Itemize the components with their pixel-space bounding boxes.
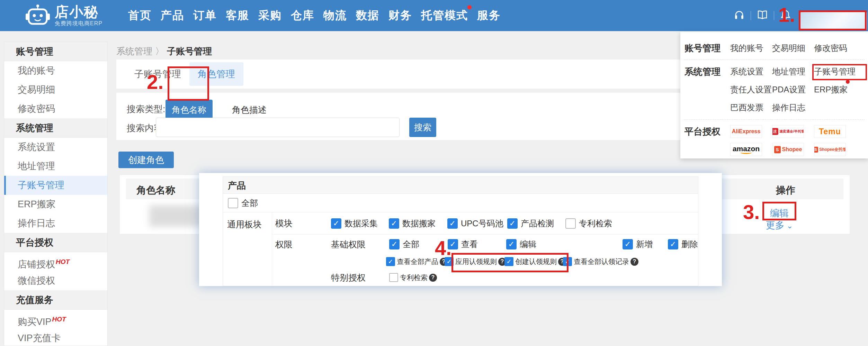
sidebar-item-操作日志[interactable]: 操作日志 [4,214,107,233]
checked-checkbox[interactable]: ✓ [668,239,678,249]
chevron-down-icon: ⌄ [785,221,793,230]
checkbox-label: 产品检测 [521,218,554,229]
search-input[interactable] [156,118,400,137]
checked-checkbox[interactable]: ✓ [389,239,400,249]
search-button[interactable]: 搜索 [409,118,436,137]
unchecked-checkbox[interactable] [389,273,398,282]
platform-logo-amazon[interactable]: amazon [730,143,762,156]
breadcrumb: 系统管理〉子账号管理 [116,45,212,57]
nav-item-仓库[interactable]: 仓库 [291,8,314,23]
help-icon[interactable]: ? [429,274,437,282]
platform-name: amazon [733,145,760,154]
nav-item-首页[interactable]: 首页 [128,8,152,23]
nav-item-采购[interactable]: 采购 [258,8,282,23]
sidebar-item-地址管理[interactable]: 地址管理 [4,157,107,176]
dropdown-item-ERP搬家[interactable]: ERP搬家 [814,84,856,95]
checked-checkbox[interactable]: ✓ [507,218,518,229]
sidebar-item-店铺授权[interactable]: 店铺授权HOT [4,252,107,271]
dropdown-row: amazonSShopeeSShopee全托管 [680,140,868,158]
unchecked-checkbox[interactable] [228,198,238,208]
checked-checkbox[interactable]: ✓ [623,239,633,249]
dropdown-item-巴西发票[interactable]: 巴西发票 [730,102,772,113]
permission-item-专利检索: 专利检索? [389,273,437,282]
platform-logo-aliexpress[interactable]: AliExpress [730,125,762,138]
annotation-box-role-tab [168,66,209,101]
nav-item-数据[interactable]: 数据 [356,8,379,23]
annotation-step-2: 2. [147,72,163,92]
nav-item-产品[interactable]: 产品 [161,8,184,23]
permission-section-title: 产品 [223,176,698,194]
nav-item-订单[interactable]: 订单 [193,8,217,23]
more-actions-link[interactable]: 更多 ⌄ [763,219,796,231]
unchecked-checkbox[interactable] [565,218,576,229]
divider [684,119,865,120]
platform-logo-shopee-full[interactable]: SShopee全托管 [814,143,846,156]
action-column-header: 操作 [769,184,802,197]
platform-logo-temu[interactable]: Temu [814,125,846,138]
sidebar-item-修改密码[interactable]: 修改密码 [4,99,107,118]
platform-name: AliExpress [732,128,761,135]
dropdown-item-地址管理[interactable]: 地址管理 [772,66,814,77]
sidebar-item-子账号管理[interactable]: 子账号管理 [4,176,107,195]
nav-item-客服[interactable]: 客服 [226,8,249,23]
checked-checkbox[interactable]: ✓ [331,218,341,229]
checked-checkbox[interactable]: ✓ [447,218,458,229]
permission-item-产品检测: ✓产品检测 [507,218,565,229]
sidebar-item-VIP充值卡[interactable]: VIP充值卡 [4,329,107,346]
dropdown-item-交易明细[interactable]: 交易明细 [772,43,814,54]
platform-logo-shopee[interactable]: SShopee [772,143,804,156]
sidebar-item-系统设置[interactable]: 系统设置 [4,138,107,157]
platform-cell: AliExpress [730,125,772,138]
app-logo[interactable]: 店小秘 免费跨境电商ERP [25,4,102,28]
nav-item-物流[interactable]: 物流 [323,8,347,23]
sidebar-item-我的账号[interactable]: 我的账号 [4,61,107,80]
checked-checkbox[interactable]: ✓ [389,218,399,229]
dropdown-row: 平台授权AliExpress速速卖通全/半托管Temu [680,122,868,140]
checkbox-label: 数据搬家 [402,218,436,229]
checked-checkbox[interactable]: ✓ [386,257,395,266]
permission-item-数据搬家: ✓数据搬家 [389,218,447,229]
sidebar-item-微信授权[interactable]: 微信授权 [4,271,107,290]
search-type-label: 搜索类型: [127,103,165,115]
checkbox-label: 专利检索 [400,273,428,282]
search-type-角色描述[interactable]: 角色描述 [226,100,273,120]
notification-dot [846,80,850,84]
nav-item-财务[interactable]: 财务 [388,8,412,23]
sidebar-item-交易明细[interactable]: 交易明细 [4,80,107,99]
breadcrumb-parent[interactable]: 系统管理 [116,46,152,56]
divider [751,11,751,20]
platform-name: Shopee全托管 [819,147,846,153]
checkbox-label: 新增 [636,239,653,250]
platform-logo-choice[interactable]: 速速卖通全/半托管 [772,125,804,138]
checkbox-label: 查看全部产品 [397,257,438,266]
sidebar-item-ERP搬家[interactable]: ERP搬家 [4,195,107,214]
dropdown-item-操作日志[interactable]: 操作日志 [772,102,814,113]
checkbox-label: 删除 [681,239,698,250]
nav-menu: 首页产品订单客服采购仓库物流数据财务托管模式服务 [128,0,501,31]
dropdown-item-系统设置[interactable]: 系统设置 [730,66,772,77]
sidebar-item-购买VIP[interactable]: 购买VIPHOT [4,310,107,329]
dropdown-item-修改密码[interactable]: 修改密码 [814,43,856,54]
platform-cell: amazon [730,143,772,156]
manual-icon[interactable] [757,9,768,22]
group-label: 通用板块 [223,212,272,286]
dropdown-item-责任人设置[interactable]: 责任人设置 [730,84,772,95]
headset-icon[interactable] [733,9,745,22]
nav-item-托管模式[interactable]: 托管模式 [421,8,468,23]
search-type-角色名称[interactable]: 角色名称 [165,100,213,120]
divider [774,11,774,20]
dropdown-item-我的账号[interactable]: 我的账号 [730,43,772,54]
select-all-row: 全部 [223,194,698,212]
help-icon[interactable]: ? [630,258,638,266]
nav-item-服务[interactable]: 服务 [477,8,501,23]
permission-item-查看: ✓查看 [448,239,506,250]
annotation-box-claim-rules [451,253,569,272]
checked-checkbox[interactable]: ✓ [506,239,517,249]
permission-item-UPC号码池: ✓UPC号码池 [447,218,507,229]
permission-item-查看全部认领记录: ✓查看全部认领记录? [563,257,638,266]
search-type-options: 角色名称角色描述 [165,100,273,120]
dropdown-item-PDA设置[interactable]: PDA设置 [772,84,814,95]
dropdown-row: 责任人设置PDA设置ERP搬家 [680,81,868,99]
choice-logo-icon: 速 [772,128,778,135]
create-role-button[interactable]: 创建角色 [118,152,174,168]
